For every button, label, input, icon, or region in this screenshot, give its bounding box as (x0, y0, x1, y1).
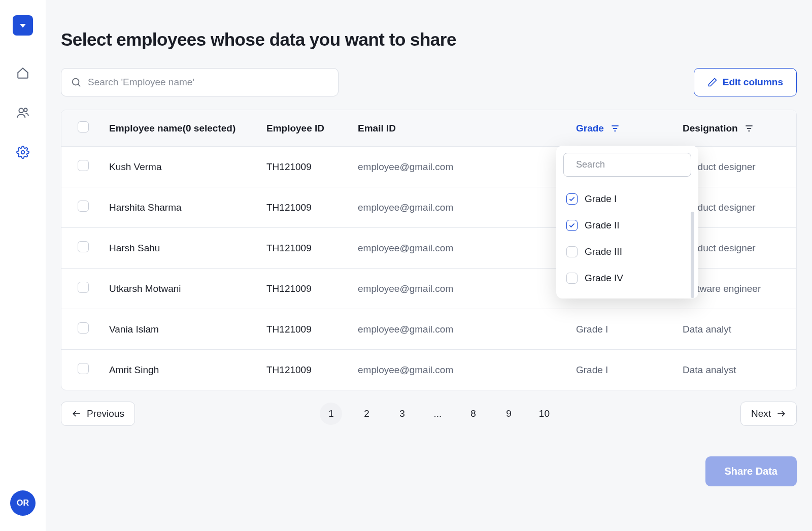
scrollbar-thumb[interactable] (691, 212, 694, 298)
footer-actions: Share Data (61, 456, 797, 486)
filter-option-label: Grade II (585, 220, 620, 231)
cell-email: employee@gmail.com (348, 147, 566, 187)
row-checkbox[interactable] (78, 201, 89, 212)
filter-checkbox[interactable] (566, 193, 578, 205)
people-icon (16, 106, 29, 119)
edit-columns-label: Edit columns (723, 77, 783, 88)
toolbar: Edit columns (61, 68, 797, 96)
row-checkbox[interactable] (78, 160, 89, 171)
filter-option-label: Grade I (585, 193, 617, 205)
cell-name: Vania Islam (99, 309, 256, 350)
triangle-down-icon (18, 21, 27, 30)
share-data-button[interactable]: Share Data (705, 456, 797, 486)
table-row: Vania Islam TH121009 employee@gmail.com … (61, 309, 796, 350)
col-checkbox (61, 110, 99, 147)
cell-id: TH121009 (256, 309, 348, 350)
page-number[interactable]: 10 (533, 403, 555, 425)
page-number[interactable]: 2 (355, 403, 378, 425)
nav-people[interactable] (16, 106, 30, 120)
employee-table-wrap: Employee name(0 selected) Employee ID Em… (61, 110, 797, 390)
select-all-checkbox[interactable] (78, 121, 89, 132)
app-logo-button[interactable] (13, 15, 33, 36)
cell-id: TH121009 (256, 147, 348, 187)
table-row: Amrit Singh TH121009 employee@gmail.com … (61, 350, 796, 390)
cell-email: employee@gmail.com (348, 269, 566, 309)
cell-designation: Data analyst (672, 350, 796, 390)
cell-email: employee@gmail.com (348, 309, 566, 350)
main-content: Select employees whose data you want to … (46, 0, 812, 531)
filter-search-box[interactable] (563, 153, 691, 177)
next-button[interactable]: Next (740, 402, 797, 426)
svg-point-3 (73, 79, 79, 85)
filter-checkbox[interactable] (566, 220, 578, 231)
filter-checkbox[interactable] (566, 246, 578, 257)
filter-icon (744, 123, 754, 134)
filter-option[interactable]: Grade II (563, 212, 691, 239)
avatar-initials: OR (17, 499, 29, 508)
search-box[interactable] (61, 68, 339, 96)
cell-email: employee@gmail.com (348, 187, 566, 228)
page-title: Select employees whose data you want to … (61, 29, 797, 50)
filter-option[interactable]: Grade I (563, 186, 691, 212)
previous-button[interactable]: Previous (61, 402, 135, 426)
home-icon (16, 67, 29, 80)
nav-settings[interactable] (16, 145, 30, 159)
arrow-right-icon (776, 409, 786, 419)
filter-option[interactable]: Grade III (563, 239, 691, 265)
filter-search-input[interactable] (576, 159, 694, 170)
page-numbers: 123...8910 (320, 403, 555, 425)
svg-line-4 (78, 84, 80, 86)
cell-name: Amrit Singh (99, 350, 256, 390)
pagination: Previous 123...8910 Next (61, 402, 797, 426)
page-number[interactable]: 3 (391, 403, 413, 425)
col-employee-id: Employee ID (256, 110, 348, 147)
gear-icon (16, 146, 29, 159)
edit-columns-button[interactable]: Edit columns (694, 68, 797, 96)
page-ellipsis: ... (426, 403, 449, 425)
cell-id: TH121009 (256, 350, 348, 390)
filter-option-label: Grade IV (585, 273, 623, 284)
page-number[interactable]: 8 (462, 403, 484, 425)
page-number[interactable]: 1 (320, 403, 342, 425)
row-checkbox[interactable] (78, 363, 89, 374)
cell-designation: Data analyt (672, 309, 796, 350)
page-number[interactable]: 9 (497, 403, 520, 425)
col-email: Email ID (348, 110, 566, 147)
row-checkbox[interactable] (78, 241, 89, 252)
cell-id: TH121009 (256, 228, 348, 269)
filter-checkbox[interactable] (566, 273, 578, 284)
cell-name: Utkarsh Motwani (99, 269, 256, 309)
cell-email: employee@gmail.com (348, 228, 566, 269)
grade-filter-popover: Grade I Grade II Grade III Grade IV (556, 146, 698, 298)
search-icon (71, 77, 82, 88)
nav-home[interactable] (16, 66, 30, 80)
svg-point-2 (21, 151, 25, 154)
arrow-left-icon (72, 409, 82, 419)
cell-name: Kush Verma (99, 147, 256, 187)
col-employee-name: Employee name(0 selected) (99, 110, 256, 147)
cell-name: Harshita Sharma (99, 187, 256, 228)
row-checkbox[interactable] (78, 322, 89, 334)
col-designation[interactable]: Designation (672, 110, 796, 147)
table-header-row: Employee name(0 selected) Employee ID Em… (61, 110, 796, 147)
row-checkbox[interactable] (78, 282, 89, 293)
cell-email: employee@gmail.com (348, 350, 566, 390)
col-grade[interactable]: Grade (566, 110, 672, 147)
cell-id: TH121009 (256, 187, 348, 228)
pencil-icon (707, 77, 718, 87)
cell-id: TH121009 (256, 269, 348, 309)
filter-icon (610, 123, 620, 134)
svg-point-0 (19, 108, 23, 113)
svg-point-1 (24, 108, 27, 112)
cell-grade: Grade I (566, 350, 672, 390)
cell-name: Harsh Sahu (99, 228, 256, 269)
filter-option-label: Grade III (585, 246, 622, 257)
avatar[interactable]: OR (10, 490, 36, 516)
filter-option[interactable]: Grade IV (563, 265, 691, 291)
search-input[interactable] (88, 77, 329, 88)
sidebar: OR (0, 0, 46, 531)
cell-grade: Grade I (566, 309, 672, 350)
